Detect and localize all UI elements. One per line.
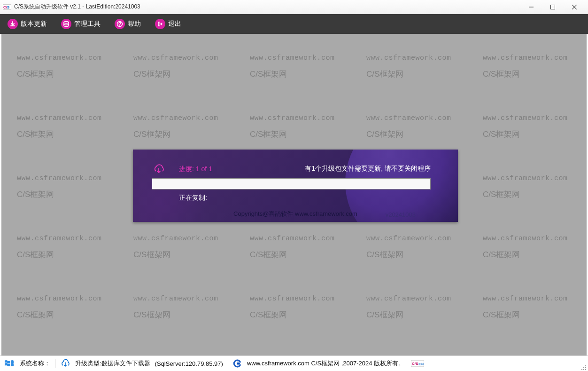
watermark-url: www.csframework.com [133,114,236,122]
windows-flag-icon [4,359,15,368]
watermark-url: www.csframework.com [17,295,119,303]
watermark-cell: www.csframework.comC/S框架网 [119,235,236,260]
brand-logo-icon [233,359,242,368]
watermark-name: C/S框架网 [250,249,352,260]
watermark-name: C/S框架网 [250,69,352,79]
watermark-cell: www.csframework.comC/S框架网 [119,54,236,79]
maximize-button[interactable] [542,0,564,14]
dialog-version: v20241003 [386,211,416,218]
watermark-cell: www.csframework.comC/S框架网 [352,54,469,79]
dialog-message: 有1个升级包文件需要更新, 请不要关闭程序 [305,165,431,173]
footer-text: www.csframework.com C/S框架网 ,2007-2024 版权… [247,359,404,368]
app-icon: C/S [3,4,11,10]
close-button[interactable] [564,0,585,14]
cloud-download-icon [60,359,70,368]
watermark-name: C/S框架网 [483,69,585,79]
watermark-name: C/S框架网 [250,309,352,320]
watermark-name: C/S框架网 [366,249,469,260]
menu-help[interactable]: 帮助 [111,16,145,32]
watermark-cell: www.csframework.comC/S框架网 [469,235,585,260]
watermark-url: www.csframework.com [250,54,352,62]
watermark-cell: www.csframework.comC/S框架网 [3,235,119,260]
svg-text:S: S [7,5,10,9]
minimize-button[interactable] [520,0,542,14]
watermark-cell: www.csframework.comC/S框架网 [3,174,119,200]
watermark-cell: www.csframework.comC/S框架网 [469,174,585,200]
watermark-cell: www.csframework.comC/S框架网 [236,54,352,79]
watermark-url: www.csframework.com [366,54,469,62]
exit-icon [155,19,165,29]
help-icon [115,19,125,29]
watermark-url: www.csframework.com [17,174,119,182]
watermark-url: www.csframework.com [250,114,352,122]
menu-version-update[interactable]: 版本更新 [4,16,51,32]
watermark-name: C/S框架网 [483,249,585,260]
watermark-url: www.csframework.com [483,114,585,122]
watermark-url: www.csframework.com [483,174,585,182]
watermark-name: C/S框架网 [17,69,119,79]
watermark-cell: www.csframework.comC/S框架网 [119,114,236,140]
watermark-cell: www.csframework.comC/S框架网 [119,295,236,320]
watermark-url: www.csframework.com [250,235,352,243]
watermark-cell: www.csframework.comC/S框架网 [3,54,119,79]
menu-exit[interactable]: 退出 [151,16,185,32]
watermark-url: www.csframework.com [366,295,469,303]
progress-bar [152,178,431,189]
watermark-name: C/S框架网 [133,309,236,320]
menu-admin-tools[interactable]: 管理工具 [57,16,104,32]
window-controls [520,0,585,14]
watermark-url: www.csframework.com [483,235,585,243]
watermark-cell: www.csframework.comC/S框架网 [352,235,469,260]
watermark-url: www.csframework.com [17,114,119,122]
svg-rect-4 [551,5,555,9]
watermark-url: www.csframework.com [133,235,236,243]
cloud-download-icon [152,164,166,175]
watermark-cell: www.csframework.comC/S框架网 [236,114,352,140]
svg-point-7 [64,22,69,24]
svg-text:C/S: C/S [412,362,418,366]
download-icon [8,19,18,29]
resize-grip[interactable] [580,363,586,370]
watermark-url: www.csframework.com [250,295,352,303]
watermark-url: www.csframework.com [366,235,469,243]
watermark-url: www.csframework.com [133,295,236,303]
progress-label: 进度: 1 of 1 [179,165,212,174]
cs-badge-icon: C/S框架网 [411,360,424,367]
database-icon [61,19,71,29]
statusbar: 系统名称： 升级类型:数据库文件下载器 (SqlServer:120.79.85… [0,355,588,371]
menu-label: 管理工具 [74,20,101,28]
upgrade-type-label: 升级类型:数据库文件下载器 [75,359,150,368]
menu-label: 版本更新 [21,20,47,28]
watermark-name: C/S框架网 [17,249,119,260]
watermark-cell: www.csframework.comC/S框架网 [469,295,585,320]
svg-text:框架网: 框架网 [418,363,424,365]
watermark-name: C/S框架网 [366,309,469,320]
watermark-cell: www.csframework.comC/S框架网 [236,295,352,320]
watermark-name: C/S框架网 [250,129,352,140]
server-label: (SqlServer:120.79.85.97) [155,360,223,367]
window-title: C/S系统自动升级软件 v2.1 - LastEdition:20241003 [14,3,520,11]
watermark-name: C/S框架网 [133,69,236,79]
watermark-name: C/S框架网 [366,129,469,140]
separator [228,359,228,368]
watermark-name: C/S框架网 [133,249,236,260]
watermark-row: www.csframework.comC/S框架网www.csframework… [3,295,585,320]
content-area: www.csframework.comC/S框架网www.csframework… [1,34,587,355]
upgrade-dialog: 进度: 1 of 1 有1个升级包文件需要更新, 请不要关闭程序 正在复制: C… [133,150,458,222]
separator [55,359,55,368]
watermark-cell: www.csframework.comC/S框架网 [352,114,469,140]
titlebar: C/S C/S系统自动升级软件 v2.1 - LastEdition:20241… [0,0,588,14]
watermark-cell: www.csframework.comC/S框架网 [469,54,585,79]
menu-label: 帮助 [128,20,141,28]
watermark-url: www.csframework.com [483,295,585,303]
watermark-url: www.csframework.com [17,54,119,62]
watermark-url: www.csframework.com [366,114,469,122]
watermark-name: C/S框架网 [483,189,585,200]
watermark-name: C/S框架网 [483,309,585,320]
watermark-name: C/S框架网 [133,129,236,140]
watermark-url: www.csframework.com [133,54,236,62]
system-name-label: 系统名称： [20,359,50,368]
watermark-row: www.csframework.comC/S框架网www.csframework… [3,114,585,140]
watermark-name: C/S框架网 [17,129,119,140]
watermark-name: C/S框架网 [366,69,469,79]
